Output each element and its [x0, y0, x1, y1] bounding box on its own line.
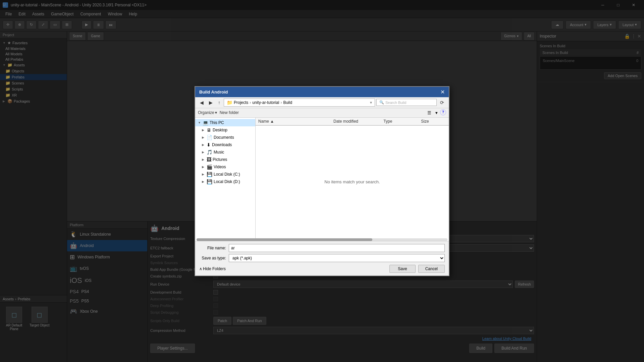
desktop-expand-icon: ▶	[202, 128, 205, 132]
organize-label: Organize	[198, 110, 214, 115]
view-buttons: ☰ ▾ ?	[426, 109, 446, 116]
disk-d-label: Local Disk (D:)	[214, 179, 240, 184]
filetype-select[interactable]: apk (*.apk)	[229, 254, 445, 262]
nav-desktop[interactable]: ▶ 🖥 Desktop	[195, 126, 255, 134]
disk-c-label: Local Disk (C:)	[214, 172, 240, 177]
nav-local-disk-c[interactable]: ▶ 💾 Local Disk (C:)	[195, 171, 255, 178]
hide-folders-label: Hide Folders	[203, 266, 226, 271]
downloads-label: Downloads	[212, 142, 232, 147]
filename-input[interactable]	[229, 244, 445, 252]
videos-label: Videos	[214, 165, 226, 169]
col-type-header[interactable]: Type	[383, 119, 421, 124]
path-build: Build	[283, 100, 292, 105]
filename-row: File name:	[199, 244, 445, 252]
file-dialog-body: ▼ 💻 This PC ▶ 🖥 Desktop ▶ 📄 Documents ▶ …	[195, 118, 449, 238]
file-dialog-overlay: Build Android ✕ ◀ ▶ ↑ 📁 Projects › unity…	[0, 0, 644, 362]
help-button[interactable]: ?	[440, 109, 446, 115]
file-dialog: Build Android ✕ ◀ ▶ ↑ 📁 Projects › unity…	[195, 86, 449, 276]
nav-downloads[interactable]: ▶ ⬇ Downloads	[195, 141, 255, 148]
empty-content-area: No items match your search.	[256, 126, 449, 238]
path-display[interactable]: 📁 Projects › unity-ar-tutorial › Build ▾	[224, 99, 375, 107]
music-expand-icon: ▶	[202, 150, 205, 154]
view-dropdown-button[interactable]: ▾	[434, 109, 439, 116]
filetype-row: Save as type: apk (*.apk)	[199, 254, 445, 262]
filetype-label: Save as type:	[199, 256, 226, 260]
desktop-icon: 🖥	[207, 127, 211, 133]
videos-icon: 🎬	[207, 164, 212, 170]
hide-folders-arrow-icon: ∧	[199, 266, 202, 271]
nav-refresh-button[interactable]: ⟳	[438, 99, 446, 107]
nav-local-disk-d[interactable]: ▶ 💾 Local Disk (D:)	[195, 178, 255, 185]
downloads-icon: ⬇	[207, 142, 211, 147]
desktop-label: Desktop	[213, 128, 227, 132]
this-pc-expand-icon: ▼	[198, 121, 201, 124]
music-label: Music	[214, 150, 224, 155]
file-dialog-content: Name ▲ Date modified Type Size No items …	[256, 118, 449, 238]
nav-this-pc[interactable]: ▼ 💻 This PC	[195, 119, 255, 126]
nav-videos[interactable]: ▶ 🎬 Videos	[195, 163, 255, 171]
nav-music[interactable]: ▶ 🎵 Music	[195, 148, 255, 156]
nav-up-button[interactable]: ↑	[216, 99, 222, 107]
downloads-expand-icon: ▶	[202, 143, 205, 146]
nav-documents[interactable]: ▶ 📄 Documents	[195, 134, 255, 141]
path-sep2: ›	[280, 100, 282, 105]
view-list-button[interactable]: ☰	[426, 109, 433, 116]
this-pc-label: This PC	[210, 120, 224, 125]
videos-expand-icon: ▶	[202, 165, 205, 169]
scrollbar-thumb[interactable]	[197, 238, 372, 241]
hide-folders-button[interactable]: ∧ Hide Folders	[199, 266, 226, 271]
col-name-sort-icon: ▲	[270, 119, 274, 124]
search-bar: 🔍 Search Build	[376, 99, 437, 106]
organize-arrow-icon: ▾	[215, 110, 217, 115]
file-dialog-left-nav: ▼ 💻 This PC ▶ 🖥 Desktop ▶ 📄 Documents ▶ …	[195, 118, 256, 238]
pictures-icon: 🖼	[207, 157, 211, 162]
disk-c-icon: 💾	[207, 172, 212, 177]
column-headers: Name ▲ Date modified Type Size	[256, 118, 449, 125]
new-folder-button[interactable]: New folder	[220, 110, 239, 115]
nav-back-button[interactable]: ◀	[198, 99, 206, 107]
documents-label: Documents	[214, 135, 234, 140]
horizontal-scrollbar[interactable]	[197, 238, 447, 241]
search-placeholder[interactable]: Search Build	[385, 101, 406, 105]
col-size-header[interactable]: Size	[421, 119, 446, 124]
search-icon: 🔍	[379, 100, 384, 105]
this-pc-icon: 💻	[203, 120, 208, 125]
col-name-header[interactable]: Name ▲	[258, 119, 333, 124]
file-dialog-nav-toolbar: ◀ ▶ ↑ 📁 Projects › unity-ar-tutorial › B…	[195, 97, 449, 108]
col-date-header[interactable]: Date modified	[333, 119, 383, 124]
music-icon: 🎵	[207, 149, 212, 155]
filename-label: File name:	[199, 246, 226, 250]
pictures-label: Pictures	[213, 157, 227, 162]
nav-forward-button[interactable]: ▶	[207, 99, 215, 107]
path-sep1: ›	[250, 100, 251, 105]
dialog-action-buttons: Save Cancel	[389, 265, 445, 273]
path-folder-icon: 📁	[227, 100, 232, 105]
pictures-expand-icon: ▶	[202, 158, 205, 161]
file-dialog-close-button[interactable]: ✕	[440, 89, 445, 95]
file-dialog-titlebar: Build Android ✕	[195, 87, 449, 97]
documents-expand-icon: ▶	[202, 136, 205, 139]
path-dropdown-icon[interactable]: ▾	[370, 100, 372, 105]
file-dialog-title: Build Android	[199, 89, 228, 95]
nav-pictures[interactable]: ▶ 🖼 Pictures	[195, 156, 255, 163]
documents-icon: 📄	[207, 135, 212, 140]
col-name-label: Name	[258, 119, 269, 124]
footer-button-row: ∧ Hide Folders Save Cancel	[199, 265, 445, 273]
empty-message: No items match your search.	[324, 179, 380, 184]
save-button[interactable]: Save	[389, 265, 415, 273]
path-projects: Projects	[234, 100, 248, 105]
disk-d-expand-icon: ▶	[202, 180, 205, 183]
organize-button[interactable]: Organize ▾	[198, 110, 217, 115]
cancel-button[interactable]: Cancel	[418, 265, 445, 273]
file-dialog-footer: File name: Save as type: apk (*.apk) ∧ H…	[195, 241, 449, 276]
disk-d-icon: 💾	[207, 179, 212, 184]
disk-c-expand-icon: ▶	[202, 173, 205, 176]
path-tutorial: unity-ar-tutorial	[252, 100, 279, 105]
file-dialog-second-toolbar: Organize ▾ New folder ☰ ▾ ?	[195, 108, 449, 118]
